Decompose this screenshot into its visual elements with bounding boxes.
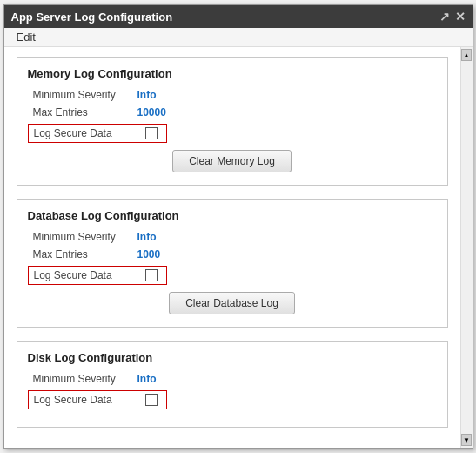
disk-log-secure-row: Log Secure Data: [28, 390, 167, 409]
memory-min-severity-value: Info: [137, 89, 157, 101]
title-bar-controls: ↗ ✕: [439, 10, 466, 24]
memory-max-entries-label: Max Entries: [33, 106, 137, 118]
title-bar: App Server Log Configuration ↗ ✕: [4, 5, 473, 28]
app-window: App Server Log Configuration ↗ ✕ Edit Me…: [3, 4, 473, 449]
database-min-severity-row: Minimum Severity Info: [28, 231, 437, 243]
main-content: Memory Log Configuration Minimum Severit…: [4, 47, 460, 448]
content-area: Memory Log Configuration Minimum Severit…: [4, 47, 473, 448]
memory-min-severity-label: Minimum Severity: [33, 89, 137, 101]
disk-log-secure-label: Log Secure Data: [34, 394, 138, 406]
database-min-severity-value: Info: [137, 231, 157, 243]
disk-min-severity-label: Minimum Severity: [33, 373, 137, 385]
database-min-severity-label: Minimum Severity: [33, 231, 137, 243]
clear-memory-log-button[interactable]: Clear Memory Log: [172, 150, 292, 172]
database-log-section: Database Log Configuration Minimum Sever…: [17, 199, 448, 328]
memory-log-secure-label: Log Secure Data: [34, 127, 138, 139]
edit-menu[interactable]: Edit: [11, 29, 41, 45]
memory-max-entries-row: Max Entries 10000: [28, 106, 437, 118]
database-log-title: Database Log Configuration: [28, 209, 437, 222]
menu-bar: Edit: [4, 28, 473, 47]
database-log-secure-checkbox[interactable]: [145, 269, 158, 281]
database-max-entries-row: Max Entries 1000: [28, 248, 437, 260]
database-max-entries-label: Max Entries: [33, 248, 137, 260]
window-title: App Server Log Configuration: [11, 10, 173, 24]
memory-log-secure-checkbox[interactable]: [145, 127, 158, 139]
scrollbar[interactable]: ▲ ▼: [460, 47, 473, 448]
disk-log-secure-checkbox[interactable]: [145, 394, 158, 406]
memory-log-secure-row: Log Secure Data: [28, 124, 167, 143]
memory-log-section: Memory Log Configuration Minimum Severit…: [17, 57, 448, 186]
clear-database-log-button[interactable]: Clear Database Log: [169, 292, 295, 314]
disk-log-section: Disk Log Configuration Minimum Severity …: [17, 341, 448, 428]
memory-log-title: Memory Log Configuration: [28, 67, 437, 80]
database-log-secure-label: Log Secure Data: [34, 269, 138, 281]
expand-icon[interactable]: ↗: [439, 10, 450, 24]
scroll-down-button[interactable]: ▼: [461, 434, 472, 446]
scroll-up-button[interactable]: ▲: [461, 49, 472, 61]
memory-max-entries-value: 10000: [137, 106, 166, 118]
memory-btn-container: Clear Memory Log: [28, 150, 437, 172]
memory-min-severity-row: Minimum Severity Info: [28, 89, 437, 101]
database-log-secure-row: Log Secure Data: [28, 266, 167, 285]
disk-min-severity-row: Minimum Severity Info: [28, 373, 437, 385]
database-max-entries-value: 1000: [137, 248, 161, 260]
database-btn-container: Clear Database Log: [28, 292, 437, 314]
close-icon[interactable]: ✕: [455, 10, 466, 24]
disk-min-severity-value: Info: [137, 373, 157, 385]
disk-log-title: Disk Log Configuration: [28, 351, 437, 364]
